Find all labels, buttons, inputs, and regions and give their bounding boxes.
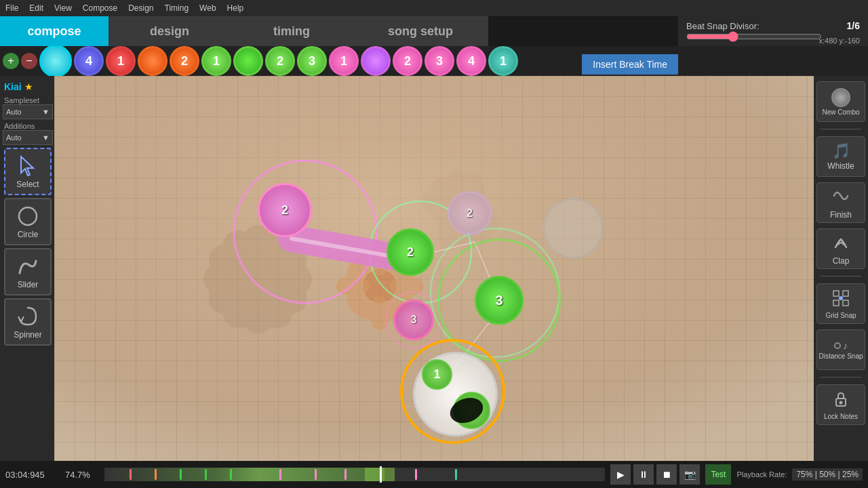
select-icon [16,154,40,178]
spinner-tool-button[interactable]: Spinner [4,298,52,346]
playhead-marker [380,466,382,483]
timeline-obj-2[interactable]: 1 [106,46,136,76]
new-combo-icon [831,88,850,107]
timeline-marker-7 [315,469,317,480]
svg-point-36 [840,401,843,404]
beat-snap-slider[interactable] [686,31,822,42]
menu-view[interactable]: View [54,3,72,13]
playback-rate-display: 75% | 50% | 25% [792,468,863,481]
timeline-track[interactable] [104,468,605,481]
play-button[interactable]: ▶ [610,464,631,485]
sampleset-label: Sampleset [3,95,52,104]
timeline-obj-11[interactable]: 2 [393,46,422,76]
distance-snap-label: Distance Snap [818,352,863,360]
svg-point-1 [19,207,37,225]
whistle-button[interactable]: 🎵 Whistle [816,136,865,177]
finish-button[interactable]: Finish [816,182,865,223]
slider-tool-button[interactable]: Slider [4,248,52,296]
finish-icon [831,186,850,209]
timeline-marker-8 [344,469,347,480]
playback-rate-label: Playback Rate: [736,470,787,479]
menu-help[interactable]: Help [227,3,244,13]
slider-icon [16,254,40,279]
timeline-add-button[interactable]: + [3,53,19,69]
test-button[interactable]: Test [705,464,731,485]
timeline-obj-9[interactable]: 1 [329,46,359,76]
video-button[interactable]: 📷 [679,464,700,485]
stop-button[interactable]: ⏹ [656,464,677,485]
hit-obj-green-slider[interactable]: 2 [387,228,434,276]
timeline-obj-12[interactable]: 3 [425,46,454,76]
timeline-marker-1 [130,469,132,480]
timeline-obj-0[interactable] [39,46,72,76]
lock-notes-button[interactable]: Lock Notes [816,384,865,425]
tab-compose[interactable]: compose [0,16,108,46]
right-divider-2 [821,276,861,277]
distance-snap-button[interactable]: ♪ Distance Snap [816,329,865,370]
hit-obj-green-3[interactable]: 3 [475,276,524,325]
timeline-marker-11 [455,469,457,480]
tab-design[interactable]: design [108,16,231,46]
bottom-bar: 03:04:945 74.7% ▶ ⏸ ⏹ 📷 Test Playback Ra… [0,461,868,488]
kiai-label: Kiai [4,81,22,92]
spinner-icon [16,304,40,329]
timeline-obj-3[interactable] [138,46,167,76]
timeline-obj-10[interactable] [361,46,391,76]
timeline-obj-14[interactable]: 1 [488,46,518,76]
menu-timing[interactable]: Timing [165,3,189,13]
whistle-icon: 🎵 [832,142,850,160]
additions-label: Additions [3,121,52,130]
menu-file[interactable]: File [5,3,18,13]
circle-tool-button[interactable]: Circle [4,198,52,245]
additions-dropdown[interactable]: Auto▼ [3,130,53,145]
timeline-marker-6 [279,469,281,480]
hit-obj-spinner-selected[interactable]: 1 [400,339,505,444]
timeline-obj-7[interactable]: 2 [265,46,295,76]
menu-web[interactable]: Web [199,3,216,13]
timeline-obj-6[interactable] [233,46,263,76]
clap-label: Clap [833,256,850,266]
new-combo-button[interactable]: New Combo [816,81,865,122]
main-canvas[interactable]: 2 2 2 3 3 1 [54,76,868,461]
svg-rect-30 [833,291,839,296]
menu-design[interactable]: Design [128,3,153,13]
kiai-star-icon: ★ [24,81,33,92]
spinner-label: Spinner [14,330,41,340]
grid-snap-icon [831,289,850,310]
svg-rect-31 [843,291,848,296]
whistle-label: Whistle [827,161,854,171]
timeline-obj-8[interactable]: 3 [297,46,327,76]
timeline-marker-10 [415,469,417,480]
right-divider-1 [821,129,861,129]
timeline-obj-5[interactable]: 1 [201,46,231,76]
slider-label: Slider [18,280,39,289]
hit-obj-pink-2-left[interactable]: 2 [258,183,312,237]
timeline-obj-13[interactable]: 4 [456,46,486,76]
svg-rect-32 [833,300,839,306]
timeline-obj-4[interactable]: 2 [170,46,199,76]
clap-button[interactable]: Clap [816,228,865,269]
sampleset-dropdown[interactable]: Auto▼ [3,104,53,119]
menu-edit[interactable]: Edit [29,3,43,13]
tab-timing[interactable]: timing [231,16,353,46]
tab-song-setup[interactable]: song setup [353,16,488,46]
select-label: Select [16,180,39,189]
timeline-remove-button[interactable]: − [21,53,37,69]
menu-compose[interactable]: Compose [83,3,117,13]
timeline-obj-1[interactable]: 4 [74,46,104,76]
timeline-marker-5 [230,469,232,480]
hit-obj-pink-3[interactable]: 3 [393,300,434,340]
insert-break-button[interactable]: Insert Break Time [582,54,678,75]
hit-object-timeline: + − 4 1 2 1 2 3 1 2 3 4 1 [0,46,868,76]
new-combo-label: New Combo [822,108,859,116]
kiai-row: Kiai ★ [3,79,52,95]
grid-snap-label: Grid Snap [825,312,856,319]
select-tool-button[interactable]: Select [4,148,52,195]
beat-snap-value: 1/6 [847,20,860,31]
grid-snap-button[interactable]: Grid Snap [816,283,865,324]
pause-button[interactable]: ⏸ [633,464,654,485]
hit-obj-pink-2-right[interactable]: 2 [448,191,492,235]
beat-snap-area: Beat Snap Divisor: 1/6 x:480 y:-160 [678,16,868,46]
time-display: 03:04:945 [5,470,60,480]
left-panel: Kiai ★ Sampleset Auto▼ Additions Auto▼ S… [0,76,54,483]
